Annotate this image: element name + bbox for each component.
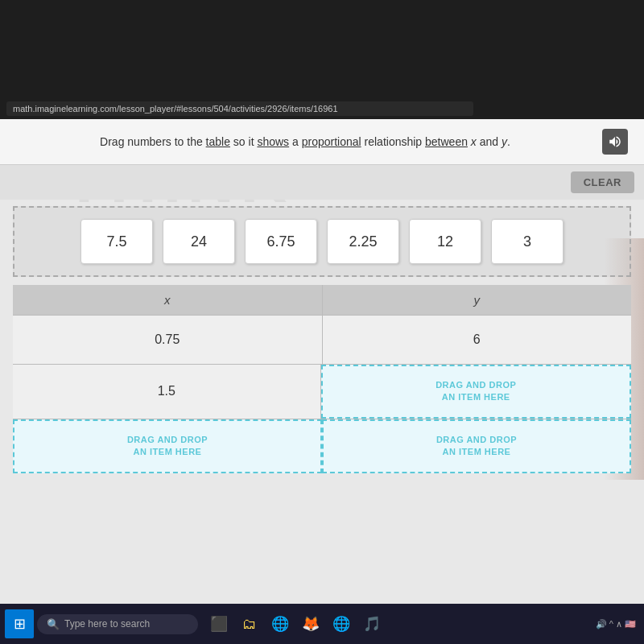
instruction-between-word: between bbox=[425, 135, 468, 148]
table-cell-0-x: 0.75 bbox=[13, 316, 323, 364]
taskbar-icon-firefox[interactable]: 🦊 bbox=[296, 609, 325, 638]
instruction-part4: relationship bbox=[361, 135, 425, 148]
search-text: Type here to search bbox=[64, 618, 150, 630]
instruction-proportional-word: proportional bbox=[302, 135, 361, 148]
start-button[interactable]: ⊞ bbox=[5, 609, 34, 638]
taskbar-search[interactable]: 🔍 Type here to search bbox=[37, 614, 198, 634]
number-card-0[interactable]: 7.5 bbox=[80, 219, 153, 264]
firefox-icon: 🦊 bbox=[302, 615, 320, 633]
content-area: THINK Drag numbers to the table so it sh… bbox=[0, 119, 644, 604]
spotify-icon: 🎵 bbox=[363, 615, 381, 633]
cell-value-1-x: 1.5 bbox=[158, 384, 175, 398]
number-card-3[interactable]: 2.25 bbox=[327, 219, 399, 264]
data-table: x y 0.75 6 1.5 DRAG AND DROPAN ITEM HERE bbox=[13, 285, 631, 473]
number-value-0: 7.5 bbox=[106, 233, 126, 250]
drop-zone-label-1-y: DRAG AND DROPAN ITEM HERE bbox=[436, 379, 516, 404]
table-cell-1-y-drop[interactable]: DRAG AND DROPAN ITEM HERE bbox=[321, 365, 632, 419]
number-card-2[interactable]: 6.75 bbox=[245, 219, 317, 264]
url-bar: math.imaginelearning.com/lesson_player/#… bbox=[6, 101, 473, 116]
instruction-part5: x and y. bbox=[468, 135, 510, 148]
instruction-bar: Drag numbers to the table so it shows a … bbox=[0, 119, 644, 165]
table-header-x: x bbox=[13, 285, 323, 315]
instruction-table-word: table bbox=[206, 135, 230, 148]
table-cell-2-y-drop[interactable]: DRAG AND DROPAN ITEM HERE bbox=[322, 419, 631, 473]
chrome-icon: 🌐 bbox=[332, 615, 350, 633]
taskbar-icon-files[interactable]: 🗂 bbox=[235, 609, 264, 638]
table-header-row: x y bbox=[13, 285, 631, 315]
table-row-2: DRAG AND DROPAN ITEM HERE DRAG AND DROPA… bbox=[13, 419, 631, 473]
taskbar-icon-widgets[interactable]: ⬛ bbox=[204, 609, 233, 638]
number-card-5[interactable]: 3 bbox=[491, 219, 564, 264]
clear-area: CLEAR bbox=[0, 165, 644, 200]
windows-icon: ⊞ bbox=[14, 615, 26, 633]
taskbar-icon-edge[interactable]: 🌐 bbox=[266, 609, 295, 638]
number-value-5: 3 bbox=[523, 233, 531, 250]
cell-value-0-y: 6 bbox=[473, 332, 481, 347]
widgets-icon: ⬛ bbox=[210, 615, 228, 633]
edge-icon: 🌐 bbox=[271, 615, 289, 633]
drop-zone-label-2-x: DRAG AND DROPAN ITEM HERE bbox=[127, 434, 208, 459]
sound-button[interactable] bbox=[602, 129, 628, 155]
files-icon: 🗂 bbox=[242, 616, 257, 633]
sound-icon bbox=[608, 134, 622, 149]
taskbar-right-icons: 🔊 ^ ∧ 🇺🇸 bbox=[596, 619, 636, 630]
instruction-text: Drag numbers to the table so it shows a … bbox=[16, 135, 594, 148]
drop-zone-label-2-y: DRAG AND DROPAN ITEM HERE bbox=[436, 434, 517, 459]
taskbar: ⊞ 🔍 Type here to search ⬛ 🗂 🌐 🦊 🌐 🎵 🔊 ^ … bbox=[0, 604, 644, 644]
table-row-0: 0.75 6 bbox=[13, 315, 631, 364]
instruction-shows-word: shows bbox=[257, 135, 289, 148]
number-value-1: 24 bbox=[191, 233, 207, 250]
table-row-1: 1.5 DRAG AND DROPAN ITEM HERE bbox=[13, 364, 631, 419]
table-cell-0-y: 6 bbox=[323, 316, 632, 364]
taskbar-icon-chrome[interactable]: 🌐 bbox=[327, 609, 356, 638]
instruction-part2: so it bbox=[230, 135, 257, 148]
number-value-4: 12 bbox=[437, 233, 453, 250]
clear-button[interactable]: CLEAR bbox=[571, 171, 634, 193]
number-card-1[interactable]: 24 bbox=[163, 219, 235, 264]
instruction-part1: Drag numbers to the bbox=[100, 135, 206, 148]
search-icon: 🔍 bbox=[47, 618, 60, 630]
table-header-y: y bbox=[323, 285, 632, 315]
number-value-2: 6.75 bbox=[266, 233, 295, 250]
number-card-4[interactable]: 12 bbox=[409, 219, 481, 264]
instruction-part3: a bbox=[289, 135, 302, 148]
table-cell-2-x-drop[interactable]: DRAG AND DROPAN ITEM HERE bbox=[13, 419, 322, 473]
table-cell-1-x: 1.5 bbox=[13, 365, 321, 419]
taskbar-icon-spotify[interactable]: 🎵 bbox=[357, 609, 386, 638]
taskbar-right: 🔊 ^ ∧ 🇺🇸 bbox=[596, 619, 639, 630]
numbers-container: 7.5 24 6.75 2.25 12 3 bbox=[13, 206, 631, 277]
browser-bar: math.imaginelearning.com/lesson_player/#… bbox=[0, 0, 644, 119]
url-text: math.imaginelearning.com/lesson_player/#… bbox=[13, 104, 338, 114]
taskbar-center-icons: ⬛ 🗂 🌐 🦊 🌐 🎵 bbox=[204, 609, 386, 638]
cell-value-0-x: 0.75 bbox=[155, 332, 180, 347]
number-value-3: 2.25 bbox=[349, 233, 377, 250]
